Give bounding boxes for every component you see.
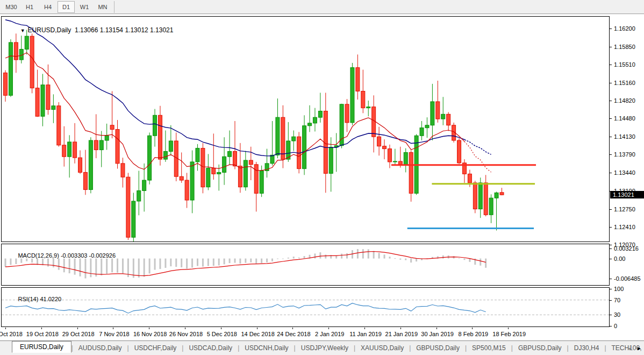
date-tick-mark: [149, 328, 149, 329]
macd-histogram-bar: [144, 259, 145, 277]
timeframe-button-h4[interactable]: H4: [39, 1, 56, 13]
candle-body-2019-01-15: [372, 107, 376, 137]
date-tick-label: 2 Jan 2019: [312, 331, 347, 337]
macd-tick-label: -0.006485: [614, 275, 641, 282]
candle-body-2019-01-14: [367, 107, 370, 108]
macd-histogram-bar: [325, 254, 326, 258]
tab-gbpusd-daily[interactable]: GBPUSD,Daily: [513, 343, 567, 353]
candle-body-2018-11-06: [105, 136, 109, 140]
rsi-tick-label: 70: [614, 297, 620, 303]
tab-scroll-left-icon[interactable]: ◄: [627, 345, 632, 351]
macd-histogram-bar: [138, 259, 140, 278]
date-tick-mark: [437, 328, 437, 329]
price-tick-label: 1.14130: [614, 133, 635, 140]
price-tick-label: 1.16200: [614, 25, 635, 32]
macd-histogram-bar: [389, 257, 390, 258]
macd-histogram-bar: [304, 256, 305, 259]
price-tick-label: 1.12410: [614, 224, 635, 230]
tab-usdcad-daily[interactable]: USDCAD,Daily: [183, 343, 238, 353]
tab-usdjpy-weekly[interactable]: USDJPY,Weekly: [296, 343, 354, 353]
chart-ohlc-values: 1.13066 1.13154 1.13012 1.13021: [75, 26, 174, 34]
tab-usdcnh-daily[interactable]: USDCNH,Daily: [239, 343, 294, 353]
price-tick-label-tick: [609, 245, 612, 245]
tab-sp500-m15[interactable]: SP500,M15: [467, 343, 511, 353]
macd-histogram-bar: [362, 249, 364, 258]
macd-histogram-bar: [373, 251, 375, 259]
macd-panel: MACD(12,26,9) -0.003303 -0.002926: [1, 244, 610, 286]
tab-audusd-daily[interactable]: AUDUSD,Daily: [73, 343, 127, 353]
candle-body-2018-11-29: [196, 148, 199, 162]
macd-histogram-bar: [416, 259, 417, 262]
tab-eurusd-daily[interactable]: EURUSD,Daily: [12, 341, 71, 353]
timeframe-button-d1[interactable]: D1: [58, 1, 75, 13]
tab-gbpusd-daily[interactable]: GBPUSD,Daily: [411, 343, 465, 353]
macd-histogram-bar: [405, 259, 406, 260]
candle-body-2018-11-09: [121, 164, 125, 177]
timeframe-button-h1[interactable]: H1: [21, 1, 38, 13]
price-axis: 1.162001.158501.155101.151601.148201.144…: [611, 15, 644, 340]
candle-body-2018-10-25: [62, 145, 66, 157]
rsi-tick-label: 30: [614, 311, 620, 318]
macd-histogram-bar: [234, 259, 235, 263]
chart-symbol-period: EURUSD,Daily: [28, 26, 71, 34]
candle-body-2018-10-26: [68, 142, 71, 157]
timeframe-button-m30[interactable]: M30: [3, 1, 20, 13]
candle-body-2018-10-31: [83, 172, 87, 189]
price-tick-label-tick: [609, 47, 612, 47]
macd-histogram-bar: [164, 259, 166, 268]
timeframe-button-mn[interactable]: MN: [94, 1, 111, 13]
candle-body-2019-02-12: [478, 183, 482, 209]
macd-histogram-bar: [122, 259, 124, 274]
timeframe-button-w1[interactable]: W1: [76, 1, 93, 13]
date-tick-label: 21 Jan 2019: [384, 331, 419, 337]
candle-body-2018-11-14: [137, 191, 141, 201]
rsi-tick-label-tick: [609, 289, 612, 289]
tab-usdchf-daily[interactable]: USDCHF,Daily: [129, 343, 182, 353]
macd-histogram-bar: [271, 259, 273, 261]
price-tick-label: 1.12750: [614, 206, 635, 212]
price-tick-label-tick: [609, 209, 612, 210]
macd-histogram-bar: [224, 259, 225, 265]
mt4-application: M30H1H4D1W1MN ▼EURUSD,Daily 1.13066 1.13…: [0, 0, 644, 355]
date-tick-label: 24 Dec 2018: [276, 331, 311, 337]
candle-body-2018-12-04: [212, 168, 216, 174]
price-chart-canvas[interactable]: [2, 17, 609, 242]
macd-histogram-bar: [277, 259, 278, 259]
tab-xauusd-daily[interactable]: XAUUSD,Daily: [355, 343, 409, 353]
macd-histogram-bar: [378, 253, 380, 258]
candle-body-2018-11-21: [163, 151, 167, 159]
date-tick-label: 30 Jan 2019: [420, 331, 455, 337]
macd-histogram-bar: [410, 259, 412, 263]
candle-body-2019-01-31: [436, 102, 440, 119]
tab-dj30-h4[interactable]: DJ30,H4: [569, 343, 605, 353]
candle-body-2018-11-22: [169, 141, 173, 151]
rsi-panel: RSI(14) 41.0220: [1, 287, 610, 327]
macd-label: MACD(12,26,9) -0.003303 -0.002926: [5, 246, 116, 265]
chart-tab-bar: EURUSD,Daily|AUDUSD,Daily|USDCHF,Daily|U…: [0, 340, 644, 355]
macd-histogram-bar: [384, 254, 385, 258]
macd-tick-label-tick: [609, 279, 612, 279]
candle-body-2018-12-14: [254, 165, 258, 194]
macd-histogram-bar: [485, 259, 486, 268]
macd-histogram-bar: [218, 259, 220, 266]
candle-body-2019-02-06: [457, 140, 461, 163]
macd-tick-label-tick: [609, 248, 612, 249]
candle-body-2018-11-12: [126, 177, 130, 237]
macd-tick-label: 0.003216: [614, 245, 639, 252]
symbol-dropdown-icon[interactable]: ▼: [20, 28, 25, 33]
candle-body-2018-11-15: [142, 180, 146, 190]
candle-body-2018-12-07: [228, 151, 232, 157]
candle-body-2018-10-17: [30, 36, 34, 88]
macd-histogram-bar: [341, 254, 342, 259]
macd-histogram-bar: [314, 253, 316, 258]
candle-body-2018-10-11: [9, 42, 12, 95]
candle-body-2019-01-28: [420, 128, 424, 136]
candle-body-2019-01-24: [409, 152, 413, 193]
candle-body-2018-12-03: [206, 168, 210, 187]
macd-histogram-bar: [469, 259, 470, 262]
candle-body-2018-10-19: [41, 85, 45, 116]
rsi-canvas[interactable]: [2, 288, 609, 326]
tab-scroll-right-icon[interactable]: ►: [636, 345, 642, 351]
macd-histogram-bar: [229, 259, 231, 264]
candle-body-2019-01-16: [377, 137, 381, 146]
